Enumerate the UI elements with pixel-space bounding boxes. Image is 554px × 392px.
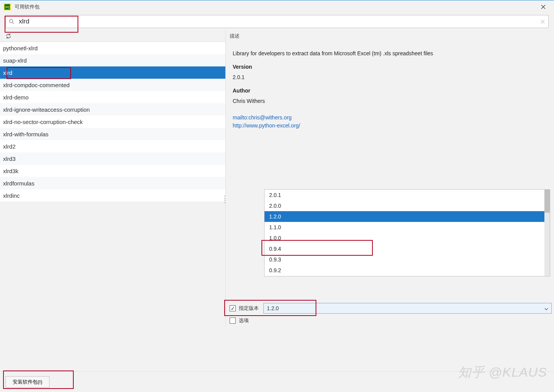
version-item[interactable]: 1.1.0	[265, 222, 550, 233]
install-button[interactable]: 安装软件包(I)	[5, 376, 50, 388]
package-item[interactable]: xlrd3	[0, 152, 225, 165]
svg-point-5	[10, 20, 13, 23]
package-summary: Library for developers to extract data f…	[233, 50, 547, 58]
package-item[interactable]: xlrd-with-formulas	[0, 128, 225, 140]
package-author: Chris Withers	[233, 97, 547, 105]
version-item[interactable]: 0.9.2	[265, 265, 550, 276]
search-row	[0, 13, 554, 30]
package-item[interactable]: xlrd-ignore-writeaccess-corruption	[0, 103, 225, 116]
scrollbar-thumb[interactable]	[544, 190, 550, 213]
options-label: 选项	[239, 317, 249, 324]
search-icon	[6, 19, 17, 24]
app-icon: PC	[4, 3, 11, 10]
svg-line-6	[12, 22, 14, 24]
version-item[interactable]: 2.0.1	[265, 190, 550, 200]
description-header: 描述	[226, 30, 554, 42]
package-item[interactable]: xlrd3k	[0, 165, 225, 177]
package-item[interactable]: xlrd-no-sector-corruption-check	[0, 116, 225, 128]
refresh-button[interactable]	[4, 31, 13, 41]
author-label: Author	[233, 87, 547, 95]
package-item[interactable]: suap-xlrd	[0, 54, 225, 66]
options-checkbox[interactable]	[230, 318, 236, 324]
title-bar: PC 可用软件包	[0, 0, 554, 13]
specify-version-checkbox[interactable]	[230, 305, 236, 311]
options-row: 选项	[227, 314, 554, 327]
footer: 安装软件包(I)	[0, 371, 554, 392]
search-wrap	[5, 15, 549, 28]
package-item[interactable]: xlrdinc	[0, 189, 225, 202]
package-item[interactable]: xlrd2	[0, 140, 225, 152]
toolbar	[0, 30, 225, 42]
version-label: Version	[233, 63, 547, 71]
mail-link[interactable]: mailto:chris@withers.org	[233, 114, 547, 122]
close-icon	[541, 20, 545, 24]
svg-text:PC: PC	[5, 5, 10, 9]
package-list[interactable]: pythonetl-xlrdsuap-xlrdxlrdxlrd-compdoc-…	[0, 42, 225, 327]
package-version: 2.0.1	[233, 73, 547, 81]
package-item[interactable]: pythonetl-xlrd	[0, 42, 225, 54]
specify-version-row: 指定版本 1.2.0	[227, 302, 554, 314]
window-title: 可用软件包	[15, 3, 40, 10]
version-select-value: 1.2.0	[267, 305, 279, 311]
homepage-link[interactable]: http://www.python-excel.org/	[233, 122, 547, 130]
close-button[interactable]	[535, 0, 552, 13]
package-item[interactable]: xlrd	[0, 66, 225, 79]
package-list-panel: pythonetl-xlrdsuap-xlrdxlrdxlrd-compdoc-…	[0, 30, 226, 327]
search-input[interactable]	[17, 17, 537, 26]
version-item[interactable]: 1.0.0	[265, 233, 550, 243]
links: mailto:chris@withers.org http://www.pyth…	[233, 114, 547, 130]
refresh-icon	[5, 33, 12, 39]
version-dropdown-list[interactable]: 2.0.12.0.01.2.01.1.01.0.00.9.40.9.30.9.2	[264, 189, 550, 276]
version-item[interactable]: 1.2.0	[265, 211, 550, 222]
chevron-down-icon	[544, 305, 548, 311]
version-item[interactable]: 0.9.4	[265, 243, 550, 254]
detail-options: 指定版本 1.2.0 选项	[226, 302, 554, 327]
specify-version-label: 指定版本	[239, 305, 259, 312]
version-item[interactable]: 2.0.0	[265, 200, 550, 211]
clear-search-button[interactable]	[537, 20, 548, 24]
main-area: pythonetl-xlrdsuap-xlrdxlrdxlrd-compdoc-…	[0, 30, 554, 327]
package-item[interactable]: xlrd-demo	[0, 91, 225, 103]
dialog-window: PC 可用软件包	[0, 0, 554, 392]
version-item[interactable]: 0.9.3	[265, 254, 550, 265]
detail-body: Library for developers to extract data f…	[226, 42, 554, 302]
detail-panel: 描述 Library for developers to extract dat…	[226, 30, 554, 327]
close-icon	[541, 5, 546, 9]
version-select[interactable]: 1.2.0	[263, 303, 552, 314]
package-item[interactable]: xlrdformulas	[0, 177, 225, 189]
package-item[interactable]: xlrd-compdoc-commented	[0, 79, 225, 91]
